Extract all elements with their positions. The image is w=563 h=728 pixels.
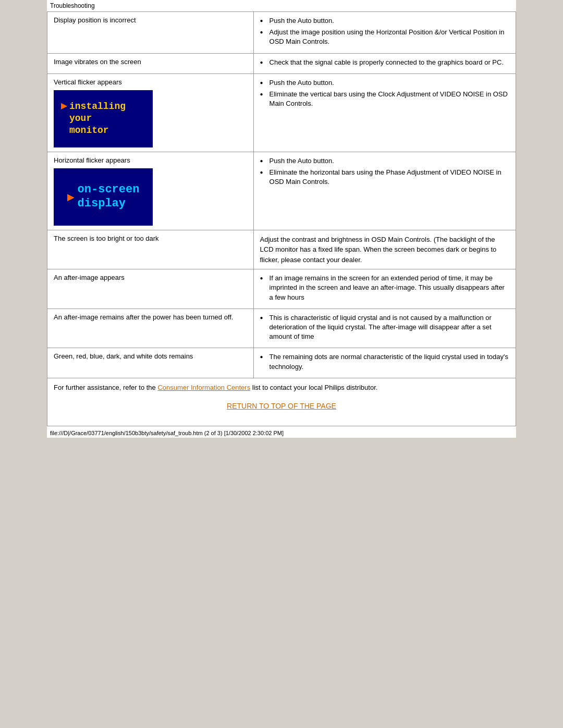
problem-cell: Horizontal flicker appears ▶ on-screen d… bbox=[47, 152, 254, 230]
installing-text-block: installing your monitor bbox=[69, 101, 145, 137]
table-row: The screen is too bright or too dark Adj… bbox=[47, 230, 516, 269]
solution-cell: Push the Auto button. Adjust the image p… bbox=[253, 12, 516, 54]
problem-text: Green, red, blue, dark, and white dots r… bbox=[54, 352, 193, 360]
onscreen-text-wrapper: ▶ on-screen display bbox=[67, 183, 140, 211]
table-row: Horizontal flicker appears ▶ on-screen d… bbox=[47, 152, 516, 230]
problem-text: An after-image appears bbox=[54, 274, 125, 281]
onscreen-line1: on-screen bbox=[78, 183, 140, 196]
table-row: Green, red, blue, dark, and white dots r… bbox=[47, 348, 516, 378]
table-row: An after-image remains after the power h… bbox=[47, 309, 516, 348]
list-item: Eliminate the horizontal bars using the … bbox=[260, 168, 509, 187]
list-item: Check that the signal cable is properly … bbox=[260, 58, 509, 67]
solution-cell: This is characteristic of liquid crystal… bbox=[253, 309, 516, 348]
solution-list: Push the Auto button. Adjust the image p… bbox=[260, 16, 509, 47]
installing-arrow-icon: ▶ installing your monitor bbox=[61, 101, 145, 137]
problem-text: The screen is too bright or too dark bbox=[54, 235, 159, 242]
main-table: Display position is incorrect Push the A… bbox=[47, 11, 516, 426]
problem-text: Horizontal flicker appears bbox=[54, 156, 247, 164]
solution-list: If an image remains in the screen for an… bbox=[260, 274, 509, 302]
consumer-info-link[interactable]: Consumer Information Centers bbox=[157, 384, 250, 391]
return-to-top-link[interactable]: RETURN TO TOP OF THE PAGE bbox=[227, 402, 336, 410]
top-label: Troubleshooting bbox=[47, 0, 516, 11]
list-item: Push the Auto button. bbox=[260, 78, 509, 88]
installing-image-box: ▶ installing your monitor bbox=[54, 90, 153, 147]
table-row: Display position is incorrect Push the A… bbox=[47, 12, 516, 54]
onscreen-image-box: ▶ on-screen display bbox=[54, 168, 153, 226]
list-item: Push the Auto button. bbox=[260, 156, 509, 166]
problem-text: Display position is incorrect bbox=[54, 16, 136, 24]
installing-line1: installing your bbox=[69, 101, 145, 125]
solution-list: The remaining dots are normal characteri… bbox=[260, 352, 509, 371]
list-item: This is characteristic of liquid crystal… bbox=[260, 313, 509, 342]
solution-cell: Adjust the contrast and brightness in OS… bbox=[253, 230, 516, 269]
onscreen-text-block: on-screen display bbox=[78, 183, 140, 211]
solution-cell: The remaining dots are normal characteri… bbox=[253, 348, 516, 378]
table-row: An after-image appears If an image remai… bbox=[47, 269, 516, 309]
problem-cell: Green, red, blue, dark, and white dots r… bbox=[47, 348, 254, 378]
problem-cell: Vertical flicker appears ▶ installing yo… bbox=[47, 73, 254, 152]
solution-list: Push the Auto button. Eliminate the hori… bbox=[260, 156, 509, 187]
footer-text: For further assistance, refer to the Con… bbox=[54, 384, 509, 391]
footer-text-after: list to contact your local Philips distr… bbox=[250, 384, 377, 391]
solution-list: Push the Auto button. Eliminate the vert… bbox=[260, 78, 509, 109]
list-item: Eliminate the vertical bars using the Cl… bbox=[260, 90, 509, 108]
problem-text: An after-image remains after the power h… bbox=[54, 313, 233, 321]
solution-list: This is characteristic of liquid crystal… bbox=[260, 313, 509, 342]
page-wrapper: Troubleshooting Display position is inco… bbox=[47, 0, 516, 438]
list-item: The remaining dots are normal characteri… bbox=[260, 352, 509, 371]
solution-cell: Push the Auto button. Eliminate the vert… bbox=[253, 73, 516, 152]
solution-cell: Push the Auto button. Eliminate the hori… bbox=[253, 152, 516, 230]
return-link-row: RETURN TO TOP OF THE PAGE bbox=[54, 391, 509, 421]
list-item: If an image remains in the screen for an… bbox=[260, 274, 509, 302]
onscreen-line2: display bbox=[78, 197, 140, 211]
status-bar: file:///D|/Grace/03771/english/150b3bty/… bbox=[47, 428, 516, 438]
problem-text: Image vibrates on the screen bbox=[54, 58, 141, 66]
problem-cell: An after-image appears bbox=[47, 269, 254, 309]
problem-text: Vertical flicker appears bbox=[54, 78, 247, 86]
solution-text: Adjust the contrast and brightness in OS… bbox=[260, 235, 509, 265]
list-item: Adjust the image position using the Hori… bbox=[260, 28, 509, 46]
solution-list: Check that the signal cable is properly … bbox=[260, 58, 509, 67]
problem-cell: Image vibrates on the screen bbox=[47, 53, 254, 73]
table-row: Image vibrates on the screen Check that … bbox=[47, 53, 516, 73]
footer-cell: For further assistance, refer to the Con… bbox=[47, 378, 516, 426]
problem-cell: Display position is incorrect bbox=[47, 12, 254, 54]
solution-cell: If an image remains in the screen for an… bbox=[253, 269, 516, 309]
installing-line2: monitor bbox=[69, 125, 145, 137]
table-row: Vertical flicker appears ▶ installing yo… bbox=[47, 73, 516, 152]
problem-cell: The screen is too bright or too dark bbox=[47, 230, 254, 269]
footer-text-before: For further assistance, refer to the bbox=[54, 384, 157, 391]
list-item: Push the Auto button. bbox=[260, 16, 509, 26]
footer-row: For further assistance, refer to the Con… bbox=[47, 378, 516, 426]
problem-cell: An after-image remains after the power h… bbox=[47, 309, 254, 348]
onscreen-arrow-icon: ▶ bbox=[67, 191, 75, 203]
solution-cell: Check that the signal cable is properly … bbox=[253, 53, 516, 73]
